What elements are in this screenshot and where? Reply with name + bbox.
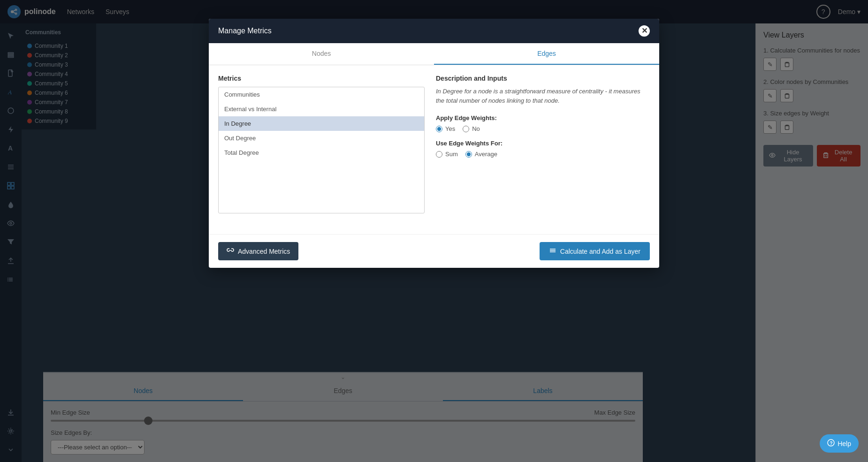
metric-total-degree[interactable]: Total Degree	[219, 145, 424, 160]
modal-tab-edges[interactable]: Edges	[434, 43, 659, 65]
radio-no[interactable]: No	[463, 125, 480, 132]
modal-footer: Advanced Metrics Calculate and Add as La…	[209, 234, 659, 268]
metrics-title: Metrics	[218, 75, 425, 82]
modal-title: Manage Metrics	[218, 27, 272, 35]
manage-metrics-modal: Manage Metrics ✕ Nodes Edges Metrics Com…	[209, 19, 659, 268]
radio-yes-input[interactable]	[436, 126, 442, 132]
modal-content: Metrics Communities External vs Internal…	[209, 65, 659, 234]
advanced-metrics-button[interactable]: Advanced Metrics	[218, 242, 298, 260]
description-section: Description and Inputs In Degree for a n…	[425, 75, 650, 225]
metric-in-degree[interactable]: In Degree	[219, 116, 424, 131]
metrics-list: Communities External vs Internal In Degr…	[218, 87, 425, 213]
radio-average[interactable]: Average	[465, 151, 497, 158]
radio-average-input[interactable]	[465, 151, 472, 158]
average-label: Average	[475, 151, 497, 158]
help-label: Help	[838, 440, 851, 447]
apply-edge-weights-group: Yes No	[436, 125, 650, 132]
description-title: Description and Inputs	[436, 75, 650, 82]
yes-label: Yes	[445, 125, 455, 132]
use-edge-weights-label: Use Edge Weights For:	[436, 140, 650, 147]
modal-overlay: Manage Metrics ✕ Nodes Edges Metrics Com…	[0, 0, 868, 462]
radio-sum-input[interactable]	[436, 151, 442, 158]
modal-close-button[interactable]: ✕	[639, 25, 650, 37]
link-icon	[227, 247, 234, 256]
modal-tab-nodes[interactable]: Nodes	[209, 43, 434, 65]
calculate-button[interactable]: Calculate and Add as Layer	[540, 242, 650, 260]
use-edge-weights-group: Sum Average	[436, 151, 650, 158]
apply-edge-weights-label: Apply Edge Weights:	[436, 114, 650, 121]
metric-out-degree[interactable]: Out Degree	[219, 131, 424, 145]
svg-text:?: ?	[830, 441, 833, 446]
metric-external-internal[interactable]: External vs Internal	[219, 102, 424, 116]
advanced-metrics-label: Advanced Metrics	[238, 248, 290, 255]
modal-header: Manage Metrics ✕	[209, 19, 659, 43]
modal-tabs: Nodes Edges	[209, 43, 659, 65]
description-text: In Degree for a node is a straightforwar…	[436, 87, 650, 105]
radio-yes[interactable]: Yes	[436, 125, 455, 132]
radio-sum[interactable]: Sum	[436, 151, 458, 158]
help-button[interactable]: ? Help	[820, 434, 859, 453]
help-icon: ?	[827, 439, 835, 448]
metrics-section: Metrics Communities External vs Internal…	[218, 75, 425, 225]
metric-communities[interactable]: Communities	[219, 87, 424, 102]
calculate-label: Calculate and Add as Layer	[560, 248, 640, 255]
modal-body: Nodes Edges Metrics Communities External…	[209, 43, 659, 268]
radio-no-input[interactable]	[463, 126, 469, 132]
calculate-icon	[549, 247, 556, 256]
no-label: No	[472, 125, 480, 132]
sum-label: Sum	[445, 151, 458, 158]
